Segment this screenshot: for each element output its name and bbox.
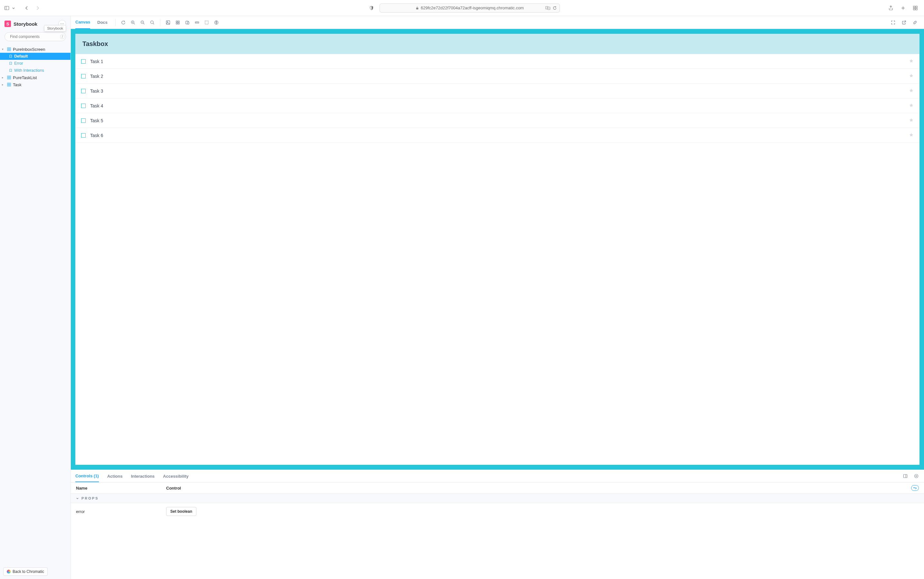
svg-rect-9 bbox=[916, 6, 917, 8]
open-new-tab-icon[interactable] bbox=[899, 18, 909, 27]
tree-story[interactable]: Error bbox=[0, 60, 71, 67]
tree-component[interactable]: ▾PureInboxScreen bbox=[0, 46, 71, 53]
copy-link-icon[interactable] bbox=[911, 18, 919, 27]
set-boolean-button[interactable]: Set boolean bbox=[166, 507, 196, 516]
header-name: Name bbox=[76, 486, 166, 491]
svg-line-50 bbox=[904, 21, 906, 23]
browser-chrome: 629fc2e72d22f7004a72acff-isgeomiqmq.chro… bbox=[0, 0, 924, 16]
close-panel-icon[interactable] bbox=[913, 471, 919, 481]
svg-rect-17 bbox=[9, 49, 11, 51]
svg-line-31 bbox=[144, 23, 144, 24]
panel-orientation-icon[interactable] bbox=[902, 471, 909, 481]
taskbox-header: Taskbox bbox=[75, 34, 919, 54]
svg-rect-42 bbox=[188, 22, 189, 24]
task-title[interactable]: Task 2 bbox=[90, 74, 904, 79]
task-checkbox[interactable] bbox=[81, 89, 85, 93]
svg-rect-22 bbox=[7, 83, 9, 84]
task-checkbox[interactable] bbox=[81, 103, 85, 108]
back-to-chromatic-button[interactable]: Back to Chromatic bbox=[3, 568, 48, 576]
props-section-header[interactable]: PROPS bbox=[71, 494, 924, 503]
svg-line-34 bbox=[153, 23, 154, 24]
star-icon[interactable] bbox=[909, 59, 914, 64]
svg-rect-23 bbox=[9, 83, 11, 84]
search-field[interactable]: / bbox=[5, 32, 66, 41]
task-row: Task 5 bbox=[75, 113, 919, 128]
task-checkbox[interactable] bbox=[81, 133, 85, 138]
task-title[interactable]: Task 4 bbox=[90, 103, 904, 108]
search-input[interactable] bbox=[10, 34, 58, 39]
viewport-icon[interactable] bbox=[183, 18, 192, 27]
address-bar[interactable]: 629fc2e72d22f7004a72acff-isgeomiqmq.chro… bbox=[379, 3, 560, 13]
svg-rect-21 bbox=[9, 78, 11, 79]
tabs-grid-icon[interactable] bbox=[913, 5, 918, 11]
component-tree: ▾PureInboxScreenDefaultErrorWith Interac… bbox=[0, 44, 71, 564]
svg-point-33 bbox=[151, 21, 154, 23]
task-row: Task 2 bbox=[75, 69, 919, 83]
task-title[interactable]: Task 5 bbox=[90, 118, 904, 123]
svg-rect-37 bbox=[176, 21, 177, 22]
task-checkbox[interactable] bbox=[81, 74, 85, 79]
svg-rect-0 bbox=[5, 6, 9, 10]
url-text: 629fc2e72d22f7004a72acff-isgeomiqmq.chro… bbox=[421, 5, 524, 10]
nav-forward-icon[interactable] bbox=[35, 5, 41, 11]
task-checkbox[interactable] bbox=[81, 118, 85, 123]
task-title[interactable]: Task 6 bbox=[90, 133, 904, 138]
main-panel: CanvasDocs Taskbox bbox=[71, 16, 924, 579]
addons-panel: Controls (1)ActionsInteractionsAccessibi… bbox=[71, 469, 924, 579]
remount-icon[interactable] bbox=[119, 18, 128, 27]
addon-tab[interactable]: Actions bbox=[107, 470, 123, 482]
star-icon[interactable] bbox=[909, 74, 914, 79]
tree-story[interactable]: Default bbox=[0, 53, 71, 60]
control-row: errorSet boolean bbox=[71, 503, 924, 520]
translate-icon[interactable]: 文A bbox=[545, 6, 551, 10]
svg-rect-20 bbox=[7, 78, 9, 79]
controls-header: Name Control bbox=[71, 483, 924, 494]
zoom-in-icon[interactable] bbox=[128, 18, 138, 27]
shield-icon[interactable] bbox=[369, 5, 374, 11]
toolbar-tab[interactable]: Docs bbox=[97, 16, 108, 29]
svg-line-27 bbox=[134, 23, 135, 24]
addon-tab[interactable]: Accessibility bbox=[163, 470, 189, 482]
task-title[interactable]: Task 3 bbox=[90, 88, 904, 93]
svg-rect-38 bbox=[178, 21, 179, 22]
sidebar-toggle-icon[interactable] bbox=[4, 5, 10, 11]
toolbar-tab[interactable]: Canvas bbox=[75, 16, 90, 29]
task-row: Task 4 bbox=[75, 98, 919, 113]
chevron-down-icon bbox=[76, 497, 79, 500]
tooltip: Storybook bbox=[44, 25, 66, 31]
star-icon[interactable] bbox=[909, 132, 914, 138]
zoom-reset-icon[interactable] bbox=[148, 18, 157, 27]
chevron-down-icon[interactable] bbox=[11, 5, 15, 11]
task-checkbox[interactable] bbox=[81, 59, 85, 64]
svg-rect-15 bbox=[9, 47, 11, 49]
svg-rect-18 bbox=[7, 76, 9, 77]
new-tab-icon[interactable] bbox=[900, 5, 906, 11]
grid-icon[interactable] bbox=[173, 18, 182, 27]
task-row: Task 3 bbox=[75, 83, 919, 98]
reload-icon[interactable] bbox=[553, 5, 557, 11]
star-icon[interactable] bbox=[909, 118, 914, 124]
taskbox-title: Taskbox bbox=[82, 40, 913, 47]
share-icon[interactable] bbox=[888, 5, 894, 11]
tree-story[interactable]: With Interactions bbox=[0, 67, 71, 74]
star-icon[interactable] bbox=[909, 103, 914, 109]
svg-text:文: 文 bbox=[547, 7, 548, 8]
reset-controls-button[interactable] bbox=[911, 485, 919, 491]
a11y-icon[interactable] bbox=[212, 18, 221, 27]
task-title[interactable]: Task 1 bbox=[90, 59, 904, 64]
addon-tab[interactable]: Interactions bbox=[131, 470, 155, 482]
addon-tab[interactable]: Controls (1) bbox=[75, 470, 99, 482]
star-icon[interactable] bbox=[909, 88, 914, 94]
control-name: error bbox=[76, 509, 166, 514]
fullscreen-icon[interactable] bbox=[889, 18, 898, 27]
tree-component[interactable]: ▸PureTaskList bbox=[0, 74, 71, 81]
outline-icon[interactable] bbox=[202, 18, 211, 27]
nav-back-icon[interactable] bbox=[24, 5, 30, 11]
canvas-frame: Taskbox Task 1Task 2Task 3Task 4Task 5Ta… bbox=[71, 29, 924, 469]
svg-point-49 bbox=[216, 21, 217, 22]
tree-component[interactable]: ▸Task bbox=[0, 81, 71, 88]
measure-icon[interactable] bbox=[192, 18, 202, 27]
task-row: Task 1 bbox=[75, 54, 919, 69]
zoom-out-icon[interactable] bbox=[138, 18, 147, 27]
background-icon[interactable] bbox=[164, 18, 172, 27]
